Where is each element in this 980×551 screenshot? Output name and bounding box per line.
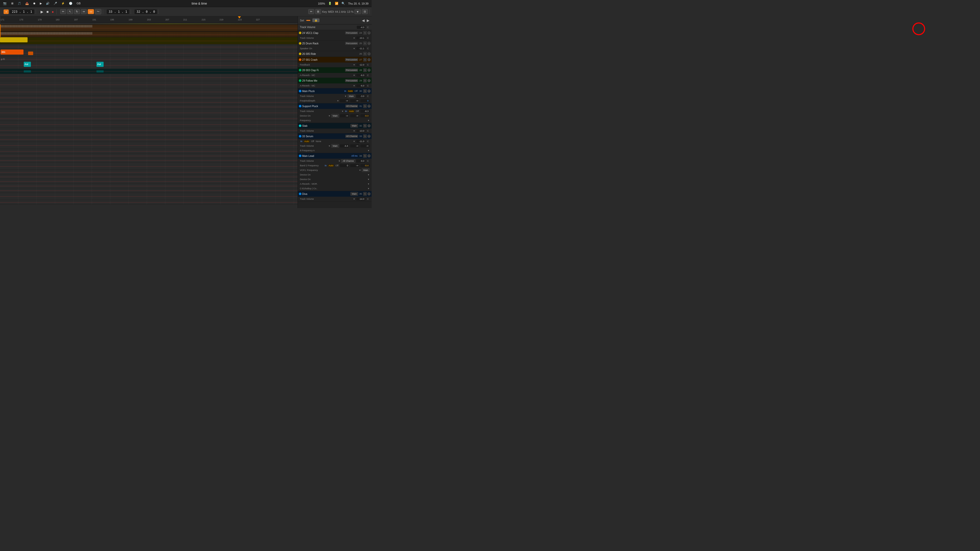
track-main-pluck-s-btn[interactable]: S — [363, 89, 367, 93]
track-main-lead-vol-dropdown[interactable]: All Channe — [341, 159, 355, 163]
track-29-mute-btn[interactable]: ○ — [368, 79, 371, 82]
pencil-tool[interactable]: ✏ — [60, 9, 66, 14]
pencil-mode-button[interactable]: ✏ — [308, 9, 314, 14]
right-panel: Set 🔒 ◀ ▶ Track Volume -4.0 C 24 VEC1 Cl… — [298, 16, 372, 208]
ruler-mark-191: 191 — [92, 18, 96, 21]
zoom-level: 13 % — [347, 10, 353, 13]
set-orange-button[interactable] — [306, 20, 310, 21]
track-main-lead-vcf-dropdown[interactable]: Main — [362, 168, 369, 172]
track-diva-pan: C — [366, 197, 370, 200]
pointer-tool[interactable]: ↖ — [67, 9, 73, 14]
track-26-mute-btn[interactable]: ○ — [368, 52, 371, 56]
track-main-lead-areverb-arrow[interactable]: ▼ — [368, 183, 369, 185]
track-support-pluck-device-arrow[interactable]: ▼ — [328, 115, 331, 117]
play-button[interactable]: ▶ — [40, 9, 45, 14]
track-stab-vol-arrow[interactable]: ▼ — [353, 130, 355, 132]
track-stab-s-btn[interactable]: S — [363, 124, 367, 127]
track-main-pluck-vol-dropdown[interactable]: Main — [348, 94, 355, 98]
track-support-pluck-header[interactable]: Support Pluck All Channe 31 S ○ — [298, 103, 372, 109]
track-25-mute-btn[interactable]: ○ — [368, 42, 371, 45]
track-25-drum-rack-header[interactable]: 25 Drum Rack Percussion 25 S ○ — [298, 41, 372, 46]
ruler: 171 175 179 183 187 191 195 199 203 207 … — [0, 16, 298, 24]
search-icon[interactable]: 🔍 — [342, 2, 345, 5]
track-volume-header: Track Volume -4.0 C — [298, 24, 372, 30]
track-33-mute-btn[interactable]: ○ — [368, 135, 371, 138]
track-row-15 — [0, 109, 298, 116]
track-26-s-btn[interactable]: S — [363, 52, 367, 56]
track-28-clap-fi-header[interactable]: 28 003 Clap Fi Percussion 28 S ○ — [298, 67, 372, 73]
track-main-pluck-header[interactable]: Main Pluck In Auto Off 30 S ○ — [298, 88, 372, 94]
track-24-mute-btn[interactable]: ○ — [368, 32, 371, 35]
track-stab-mute-btn[interactable]: ○ — [368, 124, 371, 127]
track-26-005-ride-header[interactable]: 26 005 Ride 26 S ○ — [298, 51, 372, 57]
track-diva-vol-arrow[interactable]: ▼ — [353, 198, 355, 200]
track-support-pluck-mute-btn[interactable]: ○ — [368, 105, 371, 108]
track-support-pluck-s-btn[interactable]: S — [363, 104, 367, 108]
track-28-s-btn[interactable]: S — [363, 68, 367, 72]
track-main-lead-mute-btn[interactable]: ○ — [368, 154, 371, 157]
track-main-lead-header[interactable]: Main Lead All Ins 34 S ○ — [298, 153, 372, 159]
track-24-dropdown-arrow[interactable]: ▼ — [353, 37, 355, 39]
track-main-lead-vcf-arrow[interactable]: ▼ — [359, 169, 361, 171]
track-27-dropdown-arrow[interactable]: ▼ — [353, 64, 355, 66]
curve-tool[interactable]: 〜 — [95, 9, 101, 14]
track-28-mute-btn[interactable]: ○ — [368, 68, 371, 72]
track-28-dropdown-arrow[interactable]: ▼ — [353, 74, 355, 76]
nav-next[interactable]: ▶ — [367, 18, 369, 22]
track-main-lead-vol-arrow[interactable]: ▼ — [339, 160, 340, 162]
track-33-none-arrow[interactable]: ▼ — [353, 140, 355, 143]
track-main-pluck-vol-arrow[interactable]: ▼ — [345, 95, 347, 97]
track-33-freq-arrow[interactable]: ▼ — [368, 149, 369, 152]
track-main-lead-s-btn[interactable]: S — [363, 154, 367, 158]
grid-view-button[interactable]: ⊞ — [315, 9, 321, 14]
nav-prev[interactable]: ◀ — [362, 18, 365, 22]
track-main-lead-device-on-2-arrow[interactable]: ▼ — [368, 178, 369, 181]
track-main-pluck-freq-arrow[interactable]: ▼ — [337, 100, 339, 102]
track-support-pluck-freq-arrow[interactable]: ▼ — [368, 119, 369, 122]
track-main-lead-allins: All Ins — [351, 155, 358, 157]
track-main-pluck-vol-row: Track Volume ▼ Main -3.0 C — [298, 94, 372, 98]
clip-tool[interactable]: ▭ — [88, 9, 94, 14]
track-33-pan: C — [366, 140, 370, 143]
track-diva-mute-btn[interactable]: ○ — [368, 192, 371, 195]
track-27-s-btn[interactable]: S — [363, 58, 367, 62]
track-29-follow-me-header[interactable]: 29 Follow Me Percussion 29 S ○ — [298, 78, 372, 83]
track-diva-s-btn[interactable]: S — [363, 192, 367, 196]
track-support-pluck-vol-arrow[interactable]: ▼ — [342, 110, 344, 113]
track-support-pluck-vol-row: Track Volume ▼ In Auto Off -8.3 — [298, 109, 372, 114]
track-stab-dropdown[interactable]: Main — [350, 124, 358, 127]
track-stab-header[interactable]: Stab Main 32 S ○ — [298, 123, 372, 129]
zoom-dropdown-button[interactable]: ▼ — [355, 10, 361, 14]
track-support-pluck-device-dropdown[interactable]: Main — [331, 114, 339, 118]
track-33-vol-arrow[interactable]: ▼ — [328, 145, 331, 147]
track-main-pluck-vol-label: Track Volume — [300, 95, 344, 97]
loop-tool[interactable]: ↻ — [74, 9, 80, 14]
track-29-dropdown-arrow[interactable]: ▼ — [353, 85, 355, 87]
track-row-16 — [0, 116, 298, 121]
set-gray-button[interactable]: 🔒 — [312, 18, 320, 22]
track-24-vec1-clap-header[interactable]: 24 VEC1 Clap Percussion 24 S ○ — [298, 30, 372, 36]
track-33-serum-header[interactable]: 33 Serum All Channe 33 S ○ — [298, 133, 372, 139]
track-33-s-btn[interactable]: S — [363, 135, 367, 138]
track-24-s-btn[interactable]: S — [363, 31, 367, 35]
track-27-001-crash-header[interactable]: 27 001 Crash Percussion 27 S ○ — [298, 57, 372, 62]
track-33-vol-dropdown[interactable]: Main — [331, 144, 339, 148]
add-track-button[interactable]: + — [3, 10, 9, 14]
track-diva-header[interactable]: Diva Main 35 S ○ — [298, 191, 372, 197]
track-29-s-btn[interactable]: S — [363, 79, 367, 83]
track-diva-dropdown[interactable]: Main — [350, 192, 358, 196]
record-button[interactable]: ● — [51, 9, 55, 14]
waveform-display-1 — [1, 25, 298, 31]
track-row-10 — [0, 81, 298, 88]
expand-button[interactable]: ⊟ — [362, 9, 368, 14]
stop-button[interactable]: ■ — [45, 9, 49, 14]
track-25-s-btn[interactable]: S — [363, 41, 367, 45]
track-25-dropdown-arrow[interactable]: ▼ — [353, 48, 355, 50]
track-main-lead-band-v3: -8.4 — [360, 164, 369, 167]
track-27-mute-btn[interactable]: ○ — [368, 58, 371, 61]
track-main-lead-cechoboy-arrow[interactable]: ▼ — [368, 187, 369, 190]
resize-tool[interactable]: ⇔ — [81, 9, 87, 14]
track-main-lead-device-on-1-arrow[interactable]: ▼ — [368, 174, 369, 176]
track-main-pluck-mute-btn[interactable]: ○ — [368, 89, 371, 93]
midi-label: MIDI — [328, 10, 334, 13]
